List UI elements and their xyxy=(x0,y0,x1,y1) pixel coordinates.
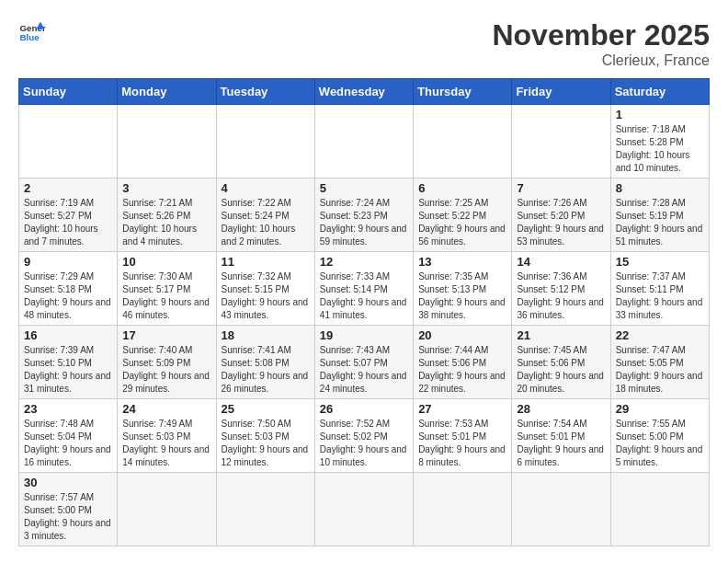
day-number: 26 xyxy=(320,402,408,416)
day-info: Sunrise: 7:36 AM Sunset: 5:12 PM Dayligh… xyxy=(517,270,605,322)
day-info: Sunrise: 7:53 AM Sunset: 5:01 PM Dayligh… xyxy=(418,418,506,469)
day-of-week-header: Sunday xyxy=(19,79,118,105)
day-info: Sunrise: 7:29 AM Sunset: 5:18 PM Dayligh… xyxy=(24,270,112,322)
day-number: 1 xyxy=(616,108,704,121)
calendar-week-row: 1Sunrise: 7:18 AM Sunset: 5:28 PM Daylig… xyxy=(19,105,710,178)
calendar-cell: 8Sunrise: 7:28 AM Sunset: 5:19 PM Daylig… xyxy=(610,178,709,252)
calendar-cell: 10Sunrise: 7:30 AM Sunset: 5:17 PM Dayli… xyxy=(118,252,216,326)
month-title: November 2025 xyxy=(492,18,710,52)
day-of-week-header: Wednesday xyxy=(314,79,413,105)
calendar-cell: 3Sunrise: 7:21 AM Sunset: 5:26 PM Daylig… xyxy=(118,178,216,252)
svg-text:Blue: Blue xyxy=(20,32,40,42)
day-info: Sunrise: 7:35 AM Sunset: 5:13 PM Dayligh… xyxy=(418,270,506,322)
day-number: 23 xyxy=(24,402,112,416)
day-of-week-header: Saturday xyxy=(610,79,709,105)
calendar-cell: 4Sunrise: 7:22 AM Sunset: 5:24 PM Daylig… xyxy=(216,178,314,252)
calendar-cell: 5Sunrise: 7:24 AM Sunset: 5:23 PM Daylig… xyxy=(314,178,413,252)
day-info: Sunrise: 7:22 AM Sunset: 5:24 PM Dayligh… xyxy=(222,197,310,248)
day-number: 4 xyxy=(222,181,310,195)
calendar-cell: 1Sunrise: 7:18 AM Sunset: 5:28 PM Daylig… xyxy=(610,105,709,178)
day-info: Sunrise: 7:47 AM Sunset: 5:05 PM Dayligh… xyxy=(616,344,704,396)
day-of-week-header: Friday xyxy=(512,79,610,105)
day-number: 16 xyxy=(24,328,112,342)
calendar-cell: 22Sunrise: 7:47 AM Sunset: 5:05 PM Dayli… xyxy=(610,326,709,399)
calendar-cell: 7Sunrise: 7:26 AM Sunset: 5:20 PM Daylig… xyxy=(512,178,610,252)
calendar-cell: 14Sunrise: 7:36 AM Sunset: 5:12 PM Dayli… xyxy=(512,252,610,326)
calendar-cell: 28Sunrise: 7:54 AM Sunset: 5:01 PM Dayli… xyxy=(512,399,610,473)
day-info: Sunrise: 7:40 AM Sunset: 5:09 PM Dayligh… xyxy=(122,344,210,396)
day-info: Sunrise: 7:39 AM Sunset: 5:10 PM Dayligh… xyxy=(24,344,112,396)
logo: General Blue xyxy=(18,18,46,46)
day-info: Sunrise: 7:18 AM Sunset: 5:28 PM Dayligh… xyxy=(616,123,704,175)
day-info: Sunrise: 7:30 AM Sunset: 5:17 PM Dayligh… xyxy=(122,270,210,322)
day-of-week-header: Thursday xyxy=(414,79,512,105)
calendar-cell xyxy=(512,105,610,178)
day-number: 11 xyxy=(222,255,310,269)
calendar-cell xyxy=(216,105,314,178)
calendar-cell: 18Sunrise: 7:41 AM Sunset: 5:08 PM Dayli… xyxy=(216,326,314,399)
calendar-cell: 26Sunrise: 7:52 AM Sunset: 5:02 PM Dayli… xyxy=(314,399,413,473)
day-number: 22 xyxy=(616,328,704,342)
calendar-cell xyxy=(512,473,610,546)
day-number: 21 xyxy=(517,328,605,342)
logo-icon: General Blue xyxy=(18,18,46,46)
day-number: 19 xyxy=(320,328,408,342)
day-info: Sunrise: 7:28 AM Sunset: 5:19 PM Dayligh… xyxy=(616,197,704,248)
day-info: Sunrise: 7:19 AM Sunset: 5:27 PM Dayligh… xyxy=(24,197,112,248)
calendar-cell: 25Sunrise: 7:50 AM Sunset: 5:03 PM Dayli… xyxy=(216,399,314,473)
calendar-cell: 29Sunrise: 7:55 AM Sunset: 5:00 PM Dayli… xyxy=(610,399,709,473)
title-block: November 2025 Clerieux, France xyxy=(492,18,710,69)
location: Clerieux, France xyxy=(492,52,710,69)
calendar-cell xyxy=(314,105,413,178)
day-info: Sunrise: 7:43 AM Sunset: 5:07 PM Dayligh… xyxy=(320,344,408,396)
calendar-cell: 2Sunrise: 7:19 AM Sunset: 5:27 PM Daylig… xyxy=(19,178,118,252)
calendar-week-row: 9Sunrise: 7:29 AM Sunset: 5:18 PM Daylig… xyxy=(19,252,710,326)
day-number: 15 xyxy=(616,255,704,269)
calendar-week-row: 30Sunrise: 7:57 AM Sunset: 5:00 PM Dayli… xyxy=(19,473,710,546)
day-info: Sunrise: 7:32 AM Sunset: 5:15 PM Dayligh… xyxy=(222,270,310,322)
calendar-week-row: 16Sunrise: 7:39 AM Sunset: 5:10 PM Dayli… xyxy=(19,326,710,399)
day-number: 12 xyxy=(320,255,408,269)
calendar-cell xyxy=(118,105,216,178)
calendar-cell xyxy=(314,473,413,546)
day-number: 30 xyxy=(24,476,112,489)
day-number: 24 xyxy=(122,402,210,416)
calendar-week-row: 2Sunrise: 7:19 AM Sunset: 5:27 PM Daylig… xyxy=(19,178,710,252)
day-number: 7 xyxy=(517,181,605,195)
calendar-cell xyxy=(414,473,512,546)
day-number: 13 xyxy=(418,255,506,269)
calendar-cell: 9Sunrise: 7:29 AM Sunset: 5:18 PM Daylig… xyxy=(19,252,118,326)
calendar-cell: 24Sunrise: 7:49 AM Sunset: 5:03 PM Dayli… xyxy=(118,399,216,473)
day-info: Sunrise: 7:55 AM Sunset: 5:00 PM Dayligh… xyxy=(616,418,704,469)
day-info: Sunrise: 7:44 AM Sunset: 5:06 PM Dayligh… xyxy=(418,344,506,396)
calendar-cell: 12Sunrise: 7:33 AM Sunset: 5:14 PM Dayli… xyxy=(314,252,413,326)
day-info: Sunrise: 7:52 AM Sunset: 5:02 PM Dayligh… xyxy=(320,418,408,469)
calendar-cell: 19Sunrise: 7:43 AM Sunset: 5:07 PM Dayli… xyxy=(314,326,413,399)
day-info: Sunrise: 7:57 AM Sunset: 5:00 PM Dayligh… xyxy=(24,491,112,543)
calendar-cell: 27Sunrise: 7:53 AM Sunset: 5:01 PM Dayli… xyxy=(414,399,512,473)
day-info: Sunrise: 7:25 AM Sunset: 5:22 PM Dayligh… xyxy=(418,197,506,248)
day-info: Sunrise: 7:26 AM Sunset: 5:20 PM Dayligh… xyxy=(517,197,605,248)
day-number: 8 xyxy=(616,181,704,195)
day-info: Sunrise: 7:24 AM Sunset: 5:23 PM Dayligh… xyxy=(320,197,408,248)
day-number: 3 xyxy=(122,181,210,195)
day-number: 29 xyxy=(616,402,704,416)
calendar-cell xyxy=(19,105,118,178)
calendar-week-row: 23Sunrise: 7:48 AM Sunset: 5:04 PM Dayli… xyxy=(19,399,710,473)
day-info: Sunrise: 7:49 AM Sunset: 5:03 PM Dayligh… xyxy=(122,418,210,469)
calendar-cell: 6Sunrise: 7:25 AM Sunset: 5:22 PM Daylig… xyxy=(414,178,512,252)
day-info: Sunrise: 7:48 AM Sunset: 5:04 PM Dayligh… xyxy=(24,418,112,469)
calendar-cell: 17Sunrise: 7:40 AM Sunset: 5:09 PM Dayli… xyxy=(118,326,216,399)
calendar-cell: 11Sunrise: 7:32 AM Sunset: 5:15 PM Dayli… xyxy=(216,252,314,326)
day-info: Sunrise: 7:37 AM Sunset: 5:11 PM Dayligh… xyxy=(616,270,704,322)
day-info: Sunrise: 7:54 AM Sunset: 5:01 PM Dayligh… xyxy=(517,418,605,469)
day-number: 27 xyxy=(418,402,506,416)
day-number: 25 xyxy=(222,402,310,416)
day-number: 9 xyxy=(24,255,112,269)
day-number: 6 xyxy=(418,181,506,195)
day-number: 28 xyxy=(517,402,605,416)
calendar-cell: 20Sunrise: 7:44 AM Sunset: 5:06 PM Dayli… xyxy=(414,326,512,399)
calendar-cell: 16Sunrise: 7:39 AM Sunset: 5:10 PM Dayli… xyxy=(19,326,118,399)
day-number: 17 xyxy=(122,328,210,342)
calendar-cell: 13Sunrise: 7:35 AM Sunset: 5:13 PM Dayli… xyxy=(414,252,512,326)
